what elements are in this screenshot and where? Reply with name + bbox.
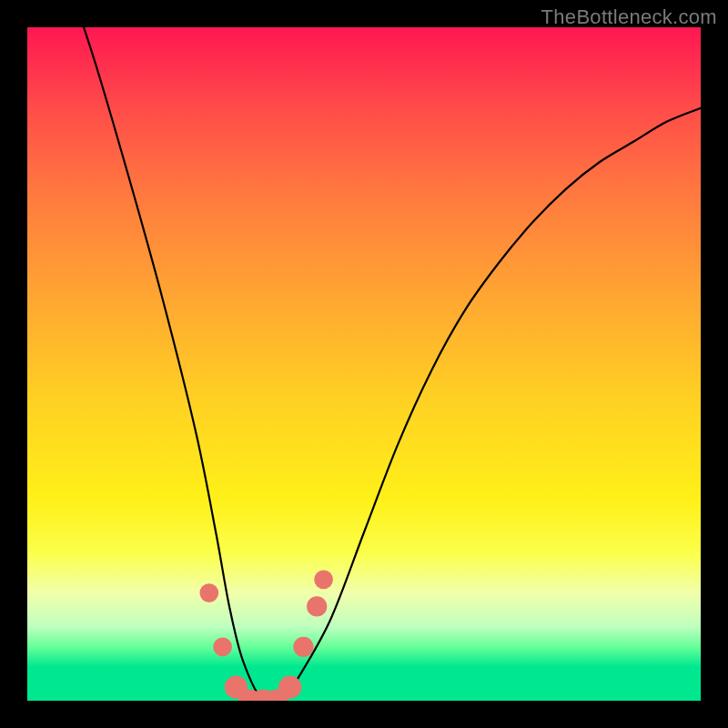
curve-marker (293, 637, 313, 657)
curve-markers (199, 570, 333, 701)
curve-marker (314, 570, 333, 589)
watermark-text: TheBottleneck.com (541, 5, 717, 29)
curve-marker (307, 596, 327, 616)
curve-marker (278, 676, 301, 699)
chart-plot-area (27, 27, 701, 701)
bottleneck-curve (27, 27, 701, 701)
bottleneck-chart-svg (27, 27, 701, 701)
curve-marker (213, 637, 232, 656)
curve-marker (199, 583, 218, 602)
